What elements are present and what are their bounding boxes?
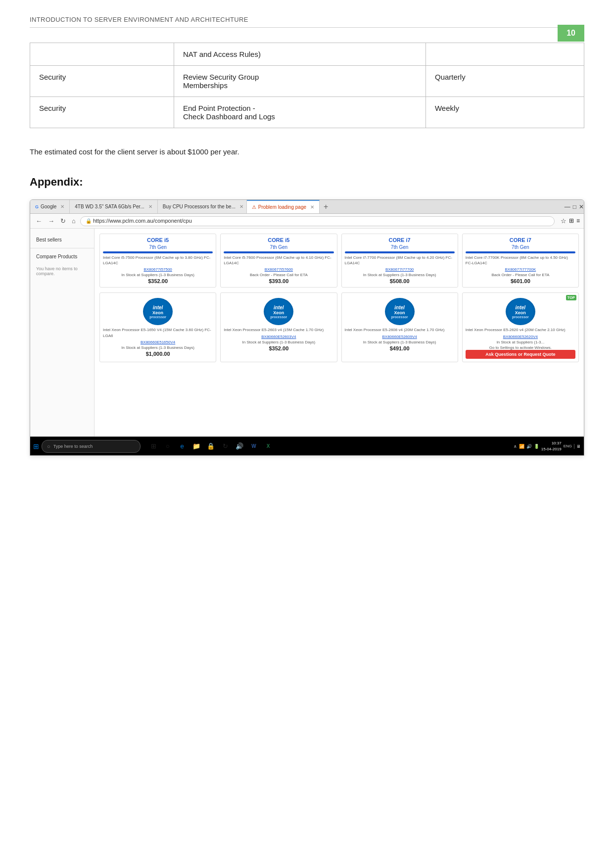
taskbar-speaker-icon[interactable]: 🔊 (234, 440, 245, 452)
processor-label: processor (512, 315, 529, 319)
tab-problem-label: Problem loading page (258, 204, 306, 210)
tab-close-icon[interactable]: ✕ (148, 204, 152, 209)
product-card-i7-7700[interactable]: CORE i7 7th Gen Intel Core i7-7700 Proce… (341, 234, 458, 288)
product-card-i5-7600[interactable]: CORE i5 7th Gen Intel Core i5-7600 Proce… (220, 234, 337, 288)
taskbar-search-placeholder: Type here to search (53, 444, 93, 449)
back-button[interactable]: ← (34, 217, 44, 225)
table-cell-security-2: Security (30, 97, 174, 128)
product-gen: 7th Gen (466, 244, 575, 250)
product-sku[interactable]: BX80677I77700 (345, 267, 455, 272)
system-tray: ∧ 📶 🔊 🔋 10:37 15-04-2019 ENG 🖥 (514, 440, 581, 452)
product-card-i5-7500[interactable]: CORE i5 7th Gen Intel Core i5-7500 Proce… (99, 234, 216, 288)
memberships-text: Memberships (183, 81, 228, 90)
taskbar-grid-icon[interactable]: ⊞ (147, 440, 159, 452)
table-row: Security Review Security Group Membershi… (30, 66, 584, 97)
xeon-label: Xeon (394, 310, 405, 315)
taskbar-refresh-icon[interactable]: ↻ (219, 440, 231, 452)
product-stock: In Stock at Suppliers (1-3 Business Days… (345, 340, 455, 344)
weekly-label: Weekly (435, 104, 459, 112)
product-sku[interactable]: BX80660E52620V4 (466, 335, 575, 339)
product-stock: In Stock at Suppliers (1-3 Business Days… (345, 273, 455, 277)
table-cell-frequency (425, 43, 584, 66)
product-brand: CORE i7 (466, 237, 575, 243)
tab-problem[interactable]: ⚠ Problem loading page ✕ (247, 200, 320, 213)
taskbar-search-app-icon[interactable]: ○ (162, 440, 174, 452)
tab-google-label: Google (41, 204, 56, 209)
home-button[interactable]: ⌂ (70, 217, 77, 225)
tab-close-icon[interactable]: ✕ (239, 204, 243, 209)
security-label-2: Security (39, 104, 66, 112)
taskbar-excel-icon[interactable]: X (262, 440, 274, 452)
ask-questions-label: Ask Questions or Request Quote (485, 352, 555, 357)
product-desc: Intel Core i5-7600 Processor (6M Cache u… (224, 255, 333, 266)
product-price: $508.00 (345, 278, 455, 284)
ask-questions-button[interactable]: Ask Questions or Request Quote (466, 350, 575, 359)
minimize-icon[interactable]: — (565, 203, 570, 210)
tab-4tb[interactable]: 4TB WD 3.5" SATA 6Gb/s Per... ✕ (70, 200, 157, 213)
browser-top-right: — □ ✕ (565, 200, 584, 213)
windows-taskbar: ⊞ ○ Type here to search ⊞ ○ e 📁 🔒 ↻ 🔊 W … (30, 436, 584, 455)
volume-icon[interactable]: 🔊 (526, 444, 532, 449)
product-desc: Intel Xeon Processor E5-1650 V4 (15M Cac… (103, 327, 213, 338)
battery-icon[interactable]: 🔋 (534, 444, 539, 449)
product-desc: Intel Core i7-7700 Processor (8M Cache u… (345, 255, 455, 266)
close-browser-icon[interactable]: ✕ (579, 203, 584, 210)
new-tab-button[interactable]: + (320, 200, 332, 213)
product-sku[interactable]: BX80660E51650V4 (103, 340, 213, 344)
product-card-i7-7700k[interactable]: CORE i7 7th Gen Intel Core i7-7700K Proc… (462, 234, 579, 288)
product-sku[interactable]: BX80677I57600 (224, 267, 333, 272)
table-cell-weekly: Weekly (425, 97, 584, 128)
product-card-xeon-e52609[interactable]: intel Xeon processor Intel Xeon Processo… (341, 292, 458, 362)
url-text: https://www.pclm.com.au/component/cpu (93, 218, 192, 224)
sidebar-best-sellers-label: Best sellers (36, 237, 62, 242)
network-icon[interactable]: 📶 (519, 444, 524, 449)
show-desktop-icon[interactable]: 🖥 (574, 444, 581, 449)
product-stock: In Stock at Suppliers (1-3 Business Days… (103, 273, 213, 277)
product-sku[interactable]: BX80660E52603V4 (224, 335, 333, 339)
product-sku[interactable]: BX80677I57500 (103, 267, 213, 272)
forward-button[interactable]: → (47, 217, 56, 225)
intel-logo-text: intel (274, 305, 284, 310)
browser-window: G Google ✕ 4TB WD 3.5" SATA 6Gb/s Per...… (30, 199, 584, 456)
taskbar-edge-icon[interactable]: e (176, 440, 188, 452)
processor-label: processor (270, 315, 287, 319)
sidebar-compare-products[interactable]: Compare Products (30, 250, 94, 263)
tab-cpu[interactable]: Buy CPU Processors for the be... ✕ (158, 200, 247, 213)
url-field[interactable]: 🔒 https://www.pclm.com.au/component/cpu (80, 216, 555, 226)
tray-up-arrow[interactable]: ∧ (514, 444, 517, 449)
product-sku[interactable]: BX80660E52609V4 (345, 335, 455, 339)
product-card-xeon-e52603[interactable]: intel Xeon processor Intel Xeon Processo… (220, 292, 337, 362)
refresh-button[interactable]: ↻ (59, 217, 67, 225)
product-card-xeon-e52620[interactable]: TOP intel Xeon processor Intel Xeon Proc… (462, 292, 579, 362)
table-cell-protection: End Point Protection - Check Dashboard a… (174, 97, 425, 128)
product-brand: CORE i5 (224, 237, 333, 243)
product-price: $601.00 (466, 278, 575, 284)
windows-icon[interactable]: ⊞ (33, 442, 39, 450)
table-cell-task: NAT and Access Rules) (174, 43, 425, 66)
nat-rules-text: NAT and Access Rules) (183, 50, 261, 58)
product-card-xeon-e51650[interactable]: intel Xeon processor Intel Xeon Processo… (99, 292, 216, 362)
sidebar-best-sellers[interactable]: Best sellers (30, 234, 94, 246)
taskbar-folder-icon[interactable]: 📁 (190, 440, 202, 452)
maximize-icon[interactable]: □ (573, 203, 576, 210)
tab-cpu-label: Buy CPU Processors for the be... (163, 204, 236, 209)
bookmark-icon[interactable]: ☆ (561, 217, 567, 225)
intel-xeon-badge: intel Xeon processor (143, 298, 173, 325)
taskbar-word-icon[interactable]: W (248, 440, 260, 452)
product-sku[interactable]: BX80677I77700K (466, 267, 575, 272)
menu-icon[interactable]: ≡ (576, 217, 580, 225)
tab-google[interactable]: G Google ✕ (30, 200, 70, 213)
tab-close-icon[interactable]: ✕ (310, 204, 314, 210)
product-gen: 7th Gen (224, 244, 333, 250)
taskbar-search-box[interactable]: ○ Type here to search (42, 440, 141, 453)
product-stock: In Stock at Suppliers (1-3 Business Days… (224, 340, 333, 344)
intel-xeon-badge: intel Xeon processor (506, 298, 535, 325)
intel-xeon-badge: intel Xeon processor (385, 298, 415, 325)
processor-label: processor (391, 315, 408, 319)
intel-logo-text: intel (394, 305, 405, 310)
appendix-heading: Appendix: (30, 176, 584, 189)
tab-close-icon[interactable]: ✕ (60, 204, 64, 209)
sidebar-no-compare-label: You have no items to compare. (36, 266, 78, 276)
extensions-icon[interactable]: ⊞ (569, 217, 574, 225)
taskbar-lock-icon[interactable]: 🔒 (205, 440, 217, 452)
